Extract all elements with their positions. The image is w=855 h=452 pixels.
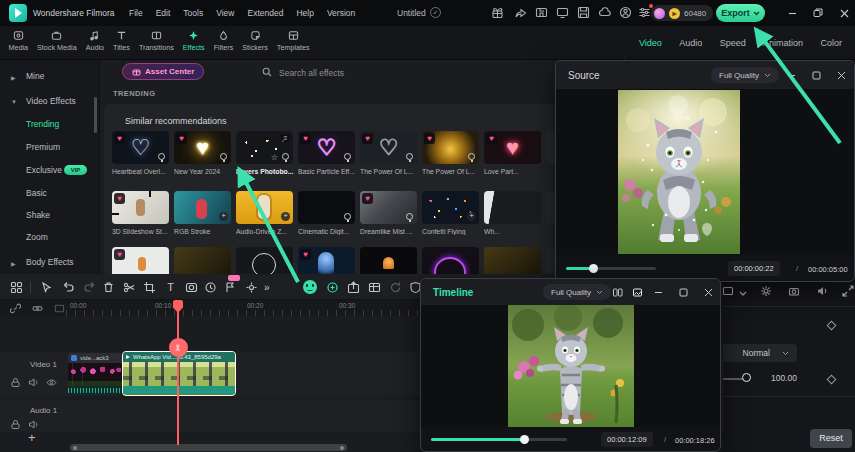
- tab-color[interactable]: Color: [820, 38, 842, 48]
- ai-enhance-icon[interactable]: [326, 281, 339, 294]
- settings-sliders-icon[interactable]: [638, 6, 651, 19]
- keyframe-diamond-icon[interactable]: [827, 375, 837, 385]
- add-icon[interactable]: +: [467, 212, 476, 221]
- info-bulb-icon[interactable]: [344, 213, 351, 220]
- save-project-icon[interactable]: [535, 6, 548, 19]
- effect-card[interactable]: Cinematic Digit...: [298, 191, 355, 235]
- star-icon[interactable]: ☆: [271, 153, 278, 162]
- tab-media[interactable]: Media: [4, 26, 33, 52]
- effect-card[interactable]: ♥♡Heartbeat Overl...: [112, 131, 169, 175]
- favorite-heart-badge[interactable]: ♥: [114, 133, 125, 144]
- favorite-heart-badge[interactable]: ♥: [114, 193, 125, 204]
- info-bulb-icon[interactable]: [344, 153, 351, 160]
- effect-card[interactable]: [236, 247, 293, 274]
- timeline-clip-whatsapp-video[interactable]: WhatsApp Vid...10.43_8595d29a: [122, 351, 236, 396]
- lock-icon[interactable]: [10, 377, 21, 388]
- sidebar-item-body-effects[interactable]: Body Effects: [26, 257, 74, 267]
- info-bulb-icon[interactable]: [220, 153, 227, 160]
- text-tool-icon[interactable]: T: [164, 281, 177, 294]
- tab-speed[interactable]: Speed: [720, 38, 746, 48]
- menu-version[interactable]: Version: [327, 8, 355, 18]
- sidebar-item-video-effects[interactable]: Video Effects: [26, 96, 76, 106]
- more-tools-icon[interactable]: »: [264, 281, 277, 294]
- image-view-icon[interactable]: [632, 287, 643, 298]
- sidebar-item-zoom[interactable]: Zoom: [26, 232, 48, 242]
- effect-card[interactable]: +Audio-Driven Z...: [236, 191, 293, 235]
- motion-track-icon[interactable]: [245, 281, 258, 294]
- effect-card[interactable]: [422, 247, 479, 274]
- menu-view[interactable]: View: [216, 8, 234, 18]
- playback-slider-handle[interactable]: [520, 435, 529, 444]
- effect-card[interactable]: ♥♡Basic Particle Eff...: [298, 131, 355, 175]
- search-input[interactable]: Search all effects: [279, 68, 344, 78]
- favorite-heart-badge[interactable]: ♥: [486, 133, 497, 144]
- tab-stickers[interactable]: Stickers: [238, 26, 273, 52]
- reset-button[interactable]: Reset: [810, 429, 852, 448]
- share-icon[interactable]: [514, 6, 527, 19]
- export-button[interactable]: Export: [716, 4, 765, 22]
- effect-card[interactable]: ♥3D Slideshow St...: [112, 191, 169, 235]
- mute-speaker-icon[interactable]: [28, 377, 39, 388]
- split-view-icon[interactable]: [612, 287, 623, 298]
- tab-stock-media[interactable]: Stock Media: [33, 26, 82, 52]
- quality-dropdown[interactable]: Full Quality: [711, 67, 779, 83]
- keyframe-diamond-icon[interactable]: [827, 321, 837, 331]
- timeline-window-header[interactable]: Timeline Full Quality: [421, 279, 720, 305]
- favorite-heart-badge[interactable]: ♥: [300, 133, 311, 144]
- favorite-heart-badge[interactable]: ♥: [300, 249, 311, 260]
- minimize-button[interactable]: [786, 70, 797, 81]
- effect-card[interactable]: ♥The Power Of L...: [422, 131, 479, 175]
- info-bulb-icon[interactable]: [282, 153, 289, 160]
- favorite-heart-badge[interactable]: ♥: [176, 133, 187, 144]
- maximize-button[interactable]: [811, 70, 822, 81]
- gift-icon[interactable]: [491, 6, 504, 19]
- mute-speaker-icon[interactable]: [28, 419, 39, 430]
- sidebar-item-basic[interactable]: Basic: [26, 188, 47, 198]
- ai-face-mask-icon[interactable]: [303, 280, 317, 294]
- tab-transitions[interactable]: Transitions: [134, 26, 178, 52]
- horizontal-scrollbar[interactable]: [70, 444, 347, 451]
- effect-card[interactable]: ≡☆Lovers Photobo...: [236, 131, 293, 175]
- add-icon[interactable]: +: [219, 212, 228, 221]
- undo-icon[interactable]: [62, 281, 75, 294]
- render-preview-icon[interactable]: [368, 281, 381, 294]
- info-bulb-icon[interactable]: [468, 153, 475, 160]
- cloud-upload-icon[interactable]: [598, 6, 611, 19]
- minimize-button[interactable]: [788, 0, 797, 26]
- preview-settings-gear-icon[interactable]: [760, 285, 772, 297]
- export-clip-icon[interactable]: [347, 281, 360, 294]
- tab-audio-props[interactable]: Audio: [679, 38, 702, 48]
- effect-card[interactable]: Wh...: [484, 191, 541, 235]
- timeline-clip-flowers[interactable]: vide...ack3: [68, 353, 122, 395]
- info-bulb-icon[interactable]: [158, 153, 165, 160]
- menu-file[interactable]: File: [129, 8, 143, 18]
- info-bulb-icon[interactable]: [406, 153, 413, 160]
- snapshot-camera-icon[interactable]: [788, 285, 800, 297]
- refresh-icon[interactable]: [389, 281, 402, 294]
- effect-card[interactable]: ♥♡The Power Of L...: [360, 131, 417, 175]
- effect-card[interactable]: [484, 247, 541, 274]
- quality-dropdown[interactable]: Full Quality: [543, 284, 611, 300]
- split-scissors-icon[interactable]: [123, 281, 136, 294]
- playback-slider-handle[interactable]: [589, 264, 598, 273]
- user-account-icon[interactable]: [619, 6, 632, 19]
- tab-audio[interactable]: Audio: [81, 26, 108, 52]
- tab-animation[interactable]: Animation: [763, 38, 803, 48]
- marker-box-icon[interactable]: [54, 303, 65, 314]
- menu-tools[interactable]: Tools: [183, 8, 203, 18]
- sidebar-item-mine[interactable]: Mine: [26, 71, 44, 81]
- maximize-button[interactable]: [678, 287, 689, 298]
- sidebar-item-exclusive[interactable]: Exclusive: [26, 165, 62, 175]
- favorite-heart-badge[interactable]: ♥: [362, 133, 373, 144]
- menu-help[interactable]: Help: [296, 8, 313, 18]
- effect-card[interactable]: [174, 247, 231, 274]
- menu-edit[interactable]: Edit: [156, 8, 171, 18]
- sidebar-scrollbar[interactable]: [94, 97, 97, 133]
- speed-clock-icon[interactable]: [204, 281, 217, 294]
- effect-card[interactable]: +Confetti Flying: [422, 191, 479, 235]
- favorite-heart-badge[interactable]: ♥: [114, 249, 125, 260]
- sidebar-item-shake[interactable]: Shake: [26, 210, 50, 220]
- tab-templates[interactable]: Templates: [272, 26, 314, 52]
- playhead-line[interactable]: [177, 301, 179, 445]
- effect-card[interactable]: [360, 247, 417, 274]
